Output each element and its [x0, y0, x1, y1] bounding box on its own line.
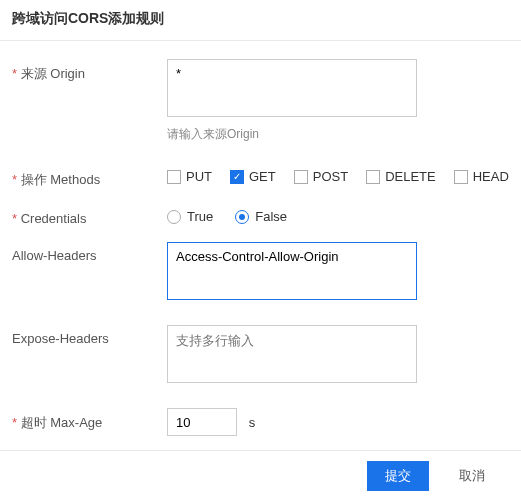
dialog-footer: 提交 取消	[0, 450, 521, 501]
origin-input[interactable]: *	[167, 59, 417, 117]
max-age-input[interactable]	[167, 408, 237, 436]
checkbox-post[interactable]: POST	[294, 169, 348, 184]
checkbox-get[interactable]: ✓ GET	[230, 169, 276, 184]
radio-false[interactable]: False	[235, 209, 287, 224]
checkbox-delete[interactable]: DELETE	[366, 169, 436, 184]
checkbox-label: POST	[313, 169, 348, 184]
checkbox-label: PUT	[186, 169, 212, 184]
max-age-label: 超时 Max-Age	[12, 408, 167, 432]
origin-label: 来源 Origin	[12, 59, 167, 83]
credentials-group: True False	[167, 205, 509, 224]
checkbox-icon	[294, 170, 308, 184]
dialog-title: 跨域访问CORS添加规则	[0, 0, 521, 41]
checkbox-icon	[167, 170, 181, 184]
radio-label: False	[255, 209, 287, 224]
allow-headers-row: Allow-Headers Access-Control-Allow-Origi…	[12, 242, 509, 303]
radio-true[interactable]: True	[167, 209, 213, 224]
credentials-row: Credentials True False	[12, 205, 509, 226]
allow-headers-input[interactable]: Access-Control-Allow-Origin	[167, 242, 417, 300]
checkbox-label: DELETE	[385, 169, 436, 184]
allow-headers-label: Allow-Headers	[12, 242, 167, 263]
max-age-unit: s	[249, 415, 256, 430]
credentials-label: Credentials	[12, 205, 167, 226]
origin-hint: 请输入来源Origin	[167, 126, 509, 143]
expose-headers-row: Expose-Headers	[12, 325, 509, 386]
max-age-field: s	[167, 408, 509, 436]
radio-icon	[167, 210, 181, 224]
origin-row: 来源 Origin * 请输入来源Origin	[12, 59, 509, 143]
cancel-button[interactable]: 取消	[441, 461, 503, 491]
methods-group: PUT ✓ GET POST DELETE HEAD	[167, 165, 509, 184]
checkbox-icon	[366, 170, 380, 184]
radio-icon	[235, 210, 249, 224]
checkbox-label: HEAD	[473, 169, 509, 184]
checkbox-icon: ✓	[230, 170, 244, 184]
radio-label: True	[187, 209, 213, 224]
checkbox-head[interactable]: HEAD	[454, 169, 509, 184]
expose-headers-label: Expose-Headers	[12, 325, 167, 346]
methods-row: 操作 Methods PUT ✓ GET POST DELETE HEAD	[12, 165, 509, 189]
expose-headers-field	[167, 325, 509, 386]
submit-button[interactable]: 提交	[367, 461, 429, 491]
checkbox-icon	[454, 170, 468, 184]
cors-form: 来源 Origin * 请输入来源Origin 操作 Methods PUT ✓…	[0, 41, 521, 436]
max-age-row: 超时 Max-Age s	[12, 408, 509, 436]
checkbox-put[interactable]: PUT	[167, 169, 212, 184]
checkbox-label: GET	[249, 169, 276, 184]
origin-field: * 请输入来源Origin	[167, 59, 509, 143]
expose-headers-input[interactable]	[167, 325, 417, 383]
methods-label: 操作 Methods	[12, 165, 167, 189]
allow-headers-field: Access-Control-Allow-Origin	[167, 242, 509, 303]
